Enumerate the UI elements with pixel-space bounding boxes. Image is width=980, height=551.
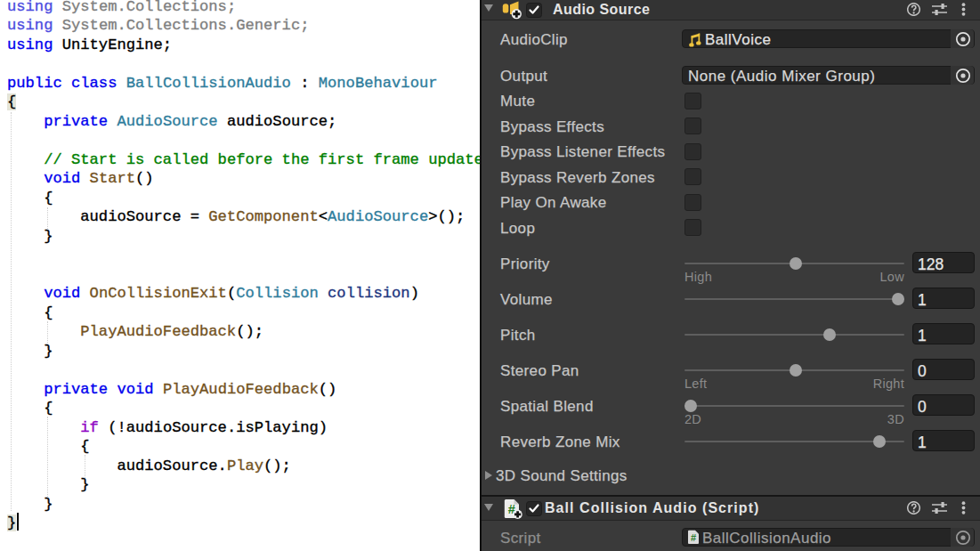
svg-text:#: # [691,532,696,543]
